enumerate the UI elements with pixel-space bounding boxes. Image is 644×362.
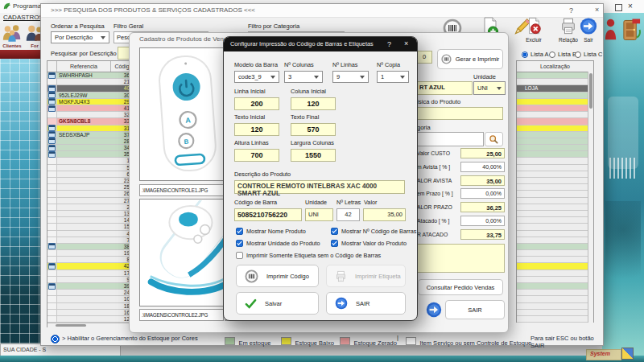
- unidade-field[interactable]: UNI: [305, 208, 333, 221]
- table-row[interactable]: 17: [47, 270, 137, 277]
- localizacao-row[interactable]: [517, 316, 593, 323]
- price-field[interactable]: 35,00: [460, 175, 505, 186]
- localizacao-row[interactable]: [517, 310, 593, 316]
- localizacao-row[interactable]: [517, 296, 593, 302]
- codigo-barra-field[interactable]: 5085210756220: [234, 208, 302, 221]
- table-row[interactable]: 7: [47, 237, 137, 244]
- table-row[interactable]: 9: [47, 277, 137, 283]
- dialog-sair-button[interactable]: SAIR: [326, 292, 406, 315]
- consultar-pedido-button[interactable]: Consultar Pedido Vendas: [418, 279, 503, 295]
- scrollbar-thumb[interactable]: [56, 324, 86, 327]
- imprimir-etiqueta-button[interactable]: Imprimir Etiqueta: [326, 265, 406, 287]
- localizacao-row[interactable]: [517, 99, 593, 105]
- localizacao-row[interactable]: [517, 231, 593, 237]
- radio-lista-b[interactable]: Lista B: [549, 47, 576, 61]
- sair-icon[interactable]: [426, 302, 442, 318]
- table-row[interactable]: 38: [47, 244, 137, 250]
- table-row[interactable]: MGKFJU4X329: [47, 99, 137, 105]
- largura-colunas-field[interactable]: 1550: [291, 149, 336, 162]
- habilitar-bullet-icon[interactable]: [51, 335, 60, 343]
- fisica-field[interactable]: [416, 107, 503, 120]
- cadastro-sair-button[interactable]: SAIR: [445, 300, 505, 319]
- table-row[interactable]: 26: [47, 191, 137, 197]
- table-row[interactable]: 25: [47, 184, 137, 191]
- localizacao-row[interactable]: [517, 257, 593, 263]
- localizacao-row[interactable]: [517, 244, 593, 250]
- table-row[interactable]: 41: [47, 105, 137, 112]
- coluna-inicial-field[interactable]: 120: [291, 97, 336, 110]
- price-field[interactable]: 33,75: [460, 229, 505, 240]
- observacao-field[interactable]: [416, 244, 505, 273]
- linha-inicial-field[interactable]: 200: [234, 97, 279, 110]
- close-icon[interactable]: ×: [595, 6, 599, 14]
- localizacao-row[interactable]: [517, 112, 593, 118]
- image2-path[interactable]: .\IMAGENS\CONTROLE2.JPG: [139, 309, 224, 321]
- localizacao-row[interactable]: [517, 132, 593, 138]
- localizacao-row[interactable]: [517, 198, 593, 204]
- localizacao-row[interactable]: [517, 171, 593, 178]
- localizacao-row[interactable]: [517, 72, 593, 79]
- relacao-printer-icon[interactable]: [559, 17, 577, 35]
- localizacao-row[interactable]: LOJA: [517, 85, 593, 92]
- salvar-button[interactable]: Salvar: [236, 292, 319, 315]
- image1-path[interactable]: .\IMAGENS\CONTROLE1.JPG: [139, 184, 224, 196]
- price-field[interactable]: 0,00%: [460, 216, 505, 226]
- table-row[interactable]: 5: [47, 165, 137, 171]
- localizacao-row[interactable]: [517, 277, 593, 283]
- gerar-imprimir-button[interactable]: Gerar e Imprimir: [437, 49, 503, 69]
- categoria-field[interactable]: [416, 132, 484, 146]
- n-copia-select[interactable]: 1: [377, 71, 409, 83]
- table-row[interactable]: 28: [47, 138, 137, 145]
- checkbox-mostrar-codigo[interactable]: Mostrar Nº Código de Barras: [331, 228, 417, 235]
- table-row[interactable]: 31: [47, 125, 137, 132]
- table-row[interactable]: 32: [47, 112, 137, 118]
- localizacao-row[interactable]: [517, 290, 593, 296]
- search-categoria-button[interactable]: [485, 132, 503, 146]
- checkbox-somente-etiqueta[interactable]: Imprimir Somente Etiqueta sem o Código d…: [236, 252, 381, 259]
- localizacao-row[interactable]: [517, 93, 593, 99]
- localizacao-row[interactable]: [517, 191, 593, 197]
- localizacao-row[interactable]: [517, 165, 593, 171]
- localizacao-row[interactable]: [517, 211, 593, 217]
- tray-icon[interactable]: [621, 348, 634, 360]
- localizacao-row[interactable]: [517, 105, 593, 112]
- localizacao-row[interactable]: [517, 79, 593, 85]
- table-row[interactable]: 39: [47, 283, 137, 290]
- price-field[interactable]: 25,00: [460, 148, 505, 158]
- program-close-icon[interactable]: ×: [628, 2, 633, 10]
- table-row[interactable]: 14: [47, 217, 137, 224]
- table-row[interactable]: 23: [47, 178, 137, 184]
- vertical-scrollbar[interactable]: [588, 72, 593, 323]
- texto-final-field[interactable]: 570: [291, 123, 336, 136]
- price-field[interactable]: 36,25: [460, 202, 505, 212]
- localizacao-row[interactable]: [517, 283, 593, 290]
- modelo-barra-select[interactable]: code3_9: [234, 71, 279, 83]
- table-row[interactable]: 27: [47, 198, 137, 204]
- localizacao-row[interactable]: [517, 184, 593, 191]
- table-row[interactable]: SEDSXBAJP37: [47, 132, 137, 138]
- table-row[interactable]: 4: [47, 231, 137, 237]
- checkbox-mostrar-nome[interactable]: Mostrar Nome Produto: [236, 228, 306, 235]
- table-row[interactable]: 2: [47, 204, 137, 211]
- code-fragment-field[interactable]: 0: [416, 51, 432, 64]
- clientes-icon[interactable]: [2, 23, 23, 43]
- localizacao-row[interactable]: [517, 178, 593, 184]
- table-row[interactable]: 13: [47, 211, 137, 217]
- unidade-select[interactable]: UNI: [473, 81, 506, 95]
- table-row[interactable]: 10: [47, 296, 137, 302]
- radio-lista-c[interactable]: Lista C: [575, 47, 602, 61]
- price-field[interactable]: 40,00%: [460, 162, 505, 172]
- altura-linhas-field[interactable]: 700: [234, 149, 279, 162]
- localizacao-row[interactable]: [517, 204, 593, 211]
- n-linhas-select[interactable]: 9: [332, 71, 369, 83]
- table-row[interactable]: 40: [47, 85, 137, 92]
- table-row[interactable]: 8: [47, 257, 137, 263]
- table-row[interactable]: 19: [47, 250, 137, 257]
- scrollbar-thumb[interactable]: [589, 73, 592, 109]
- descricao-produto-field[interactable]: CONTROLE REMOTO INTELBRAS XAC 4000 SMART…: [234, 180, 405, 194]
- maximize-icon[interactable]: [615, 4, 622, 11]
- table-row[interactable]: 6: [47, 171, 137, 178]
- table-row[interactable]: 15: [47, 224, 137, 230]
- texto-inicial-field[interactable]: 120: [234, 123, 279, 136]
- horizontal-scrollbar[interactable]: [47, 323, 137, 328]
